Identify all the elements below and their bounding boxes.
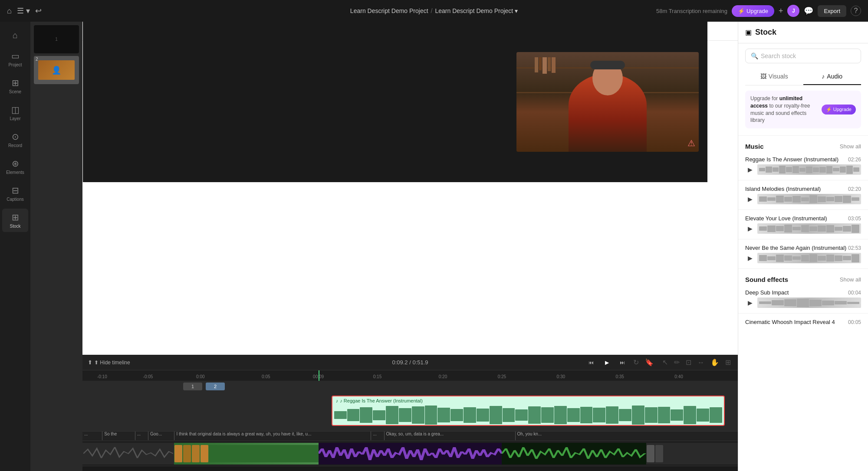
sidebar-item-home[interactable]: ⌂ xyxy=(2,27,28,44)
sfx-item-2: Cinematic Whoosh Impact Reveal 4 00:05 xyxy=(738,315,868,329)
skip-back-button[interactable]: ⏮ xyxy=(585,356,598,369)
waveform-bar xyxy=(835,255,842,261)
divider xyxy=(738,135,868,136)
waveform-bar xyxy=(671,409,683,421)
divider xyxy=(738,313,868,314)
sidebar-item-project[interactable]: ▭ Project xyxy=(2,47,28,71)
music-track-name: ♪ Reggae Is The Answer (Instrumental) xyxy=(340,398,423,403)
project-name-1[interactable]: Learn Descript Demo Project xyxy=(350,7,428,14)
write-button[interactable]: ✏ ✏ Write xyxy=(88,26,121,36)
grid-tool-icon[interactable]: ⊞ xyxy=(723,357,733,368)
tab-audio[interactable]: ♪ Audio xyxy=(803,69,861,85)
loop-icon[interactable]: ↻ xyxy=(631,357,641,368)
waveform-bar xyxy=(606,406,618,424)
topbar-right: 58m Transcription remaining ⚡ Upgrade + … xyxy=(656,5,861,17)
sidebar-item-captions[interactable]: ⊟ Captions xyxy=(2,182,28,205)
time-sep: / xyxy=(409,359,412,366)
segment-label: I think that original data is always a g… xyxy=(174,432,371,440)
hand-tool-icon[interactable]: ✋ xyxy=(709,357,721,368)
play-sfx-1-button[interactable]: ▶ xyxy=(745,298,755,307)
bookmark-icon[interactable]: 🔖 xyxy=(643,357,655,368)
segment-labels-row: ... So the ... Goo... I think that origi… xyxy=(82,432,738,441)
waveform-bar xyxy=(658,407,671,424)
music-show-all-button[interactable]: Show all xyxy=(840,143,861,150)
user-avatar[interactable]: J xyxy=(787,5,799,17)
arrows-tool-icon[interactable]: ↔ xyxy=(696,357,706,368)
segment-label: Oh, you kn... xyxy=(515,432,607,440)
sidebar-item-stock[interactable]: ⊞ Stock xyxy=(2,209,28,232)
stock-icon: ⊞ xyxy=(12,212,19,222)
captions-icon: ⊟ xyxy=(12,185,19,196)
help-icon[interactable]: ? xyxy=(851,6,861,16)
play-music-3-button[interactable]: ▶ xyxy=(745,224,755,233)
multi-tool-icon[interactable]: ⊡ xyxy=(684,357,693,368)
sidebar-item-label: Project xyxy=(8,62,22,67)
music-track-container: ♪ ♪ Reggae Is The Answer (Instrumental) xyxy=(82,392,738,431)
waveform-bar xyxy=(853,167,859,172)
waveform-bar xyxy=(818,226,825,232)
music-section-title: Music xyxy=(745,143,764,150)
playback-time: 0:09.2 / 0:51.9 xyxy=(392,359,428,366)
plus-icon[interactable]: + xyxy=(779,7,783,16)
music-3-waveform xyxy=(757,223,861,234)
waveform-bar xyxy=(425,406,437,425)
waveform-bar xyxy=(386,406,398,424)
waveform-bar xyxy=(710,407,722,423)
home-icon[interactable]: ⌂ xyxy=(7,7,12,16)
music-item-3-controls: ▶ xyxy=(745,223,861,234)
sfx-section-header: Sound effects Show all xyxy=(738,271,868,286)
music-track[interactable]: ♪ ♪ Reggae Is The Answer (Instrumental) xyxy=(332,396,725,426)
pencil-tool-icon[interactable]: ✏ xyxy=(672,357,681,368)
tab-visuals[interactable]: 🖼 Visuals xyxy=(745,69,803,85)
sidebar-item-label: Captions xyxy=(7,197,23,202)
waveform-bar xyxy=(809,195,817,203)
waveform-bar xyxy=(759,168,765,171)
segment-label: So the xyxy=(102,432,135,440)
waveform-bar xyxy=(593,408,605,422)
skip-fwd-button[interactable]: ⏭ xyxy=(616,356,629,369)
sfx-item-1: Deep Sub Impact 00:04 ▶ xyxy=(738,286,868,311)
waveform-bar xyxy=(776,196,784,203)
music-2-waveform xyxy=(757,194,861,204)
hide-timeline-button[interactable]: ⬆ ⬆ Hide timeline xyxy=(88,359,130,366)
play-music-2-button[interactable]: ▶ xyxy=(745,194,755,204)
play-button[interactable]: ▶ xyxy=(600,356,613,369)
waveform-bar xyxy=(784,225,792,232)
upgrade-banner-button[interactable]: ⚡ Upgrade xyxy=(822,105,856,114)
timeline-ruler: -0:10 -0:05 0:00 0:05 00:09 0:15 0:20 0:… xyxy=(82,370,738,381)
waveform-bar xyxy=(799,168,806,172)
menu-icon[interactable]: ☰ ▾ xyxy=(17,6,30,16)
upgrade-button[interactable]: ⚡ Upgrade xyxy=(732,5,774,17)
music-item-1: Reggae Is The Answer (Instrumental) 02:2… xyxy=(738,153,868,178)
sidebar-item-layer[interactable]: ◫ Layer xyxy=(2,101,28,124)
sidebar-item-record[interactable]: ⊙ Record xyxy=(2,128,28,151)
undo-icon[interactable]: ↩ xyxy=(35,6,42,16)
music-item-1-duration: 02:26 xyxy=(848,157,861,163)
play-music-4-button[interactable]: ▶ xyxy=(745,253,755,263)
play-music-1-button[interactable]: ▶ xyxy=(745,165,755,174)
music-item-2-controls: ▶ xyxy=(745,194,861,204)
waveform-bar xyxy=(767,226,775,232)
transport-controls: ⏮ ▶ ⏭ ↻ 🔖 ↖ ✏ ⊡ ↔ ✋ ⊞ xyxy=(585,356,733,369)
slide-thumb-2[interactable]: 👤 2 xyxy=(34,56,79,84)
ruler-mark: 0:00 xyxy=(196,374,204,379)
layout-button[interactable]: ⊡ ▾ xyxy=(124,26,141,36)
ruler-mark: -0:05 xyxy=(143,374,153,379)
music-item-4-name: Never Be the Same Again (Instrumental) xyxy=(745,245,848,251)
topbar: ⌂ ☰ ▾ ↩ Learn Descript Demo Project / Le… xyxy=(0,0,868,22)
stock-search-box[interactable]: 🔍 Search stock xyxy=(745,49,861,63)
waveform-bar xyxy=(786,167,792,172)
sidebar-item-scene[interactable]: ⊞ Scene xyxy=(2,74,28,98)
chat-icon[interactable]: 💬 xyxy=(804,6,813,16)
video-frame: ⚠ xyxy=(516,52,699,152)
sidebar-item-elements[interactable]: ⊛ Elements xyxy=(2,155,28,178)
timeline-scrollbar[interactable] xyxy=(82,466,738,471)
export-button[interactable]: Export xyxy=(818,5,846,17)
timeline-header: ⬆ ⬆ Hide timeline 0:09.2 / 0:51.9 ⏮ ▶ ⏭ … xyxy=(82,355,738,370)
slide-thumb-1[interactable]: 1 xyxy=(34,25,79,53)
cursor-tool-icon[interactable]: ↖ xyxy=(661,357,670,368)
project-name-2[interactable]: Learn Descript Demo Project ▾ xyxy=(435,7,518,14)
waveform-bar xyxy=(697,409,709,422)
waveform-bars xyxy=(332,405,724,425)
sfx-show-all-button[interactable]: Show all xyxy=(840,276,861,283)
